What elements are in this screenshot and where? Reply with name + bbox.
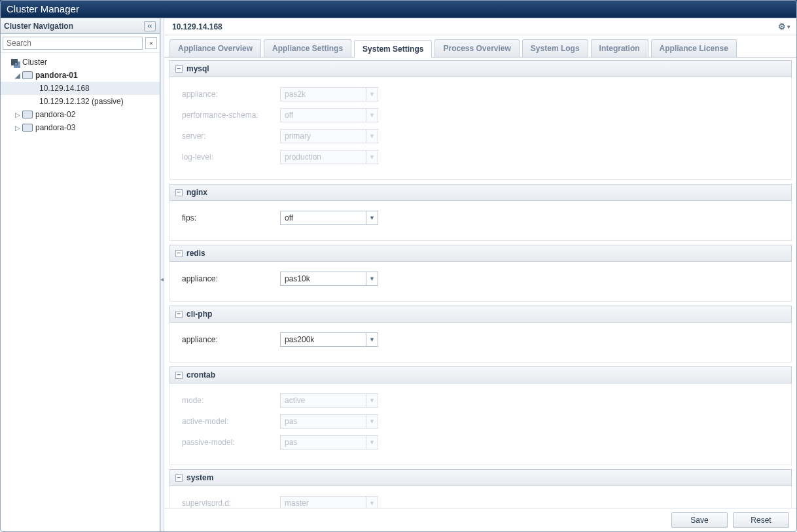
- section-header-redis[interactable]: −redis: [169, 245, 792, 262]
- section-title: crontab: [186, 370, 215, 380]
- chevron-down-icon[interactable]: ▼: [366, 211, 378, 224]
- form-row: active-model:pas▼: [182, 414, 779, 429]
- host-icon: [22, 123, 33, 132]
- host-icon: [22, 71, 33, 80]
- sidebar-collapse-button[interactable]: ‹‹: [144, 21, 156, 31]
- save-button[interactable]: Save: [671, 512, 728, 528]
- field-label: mode:: [182, 396, 280, 405]
- form-row: fips:off▼: [182, 210, 779, 226]
- section-header-mysql[interactable]: −mysql: [169, 60, 792, 77]
- field-select: pas2k▼: [280, 87, 378, 101]
- sidebar: Cluster Navigation ‹‹ × Cluster◢pandora-…: [0, 18, 160, 532]
- tree-root-label: Cluster: [22, 58, 47, 67]
- collapse-icon[interactable]: −: [175, 189, 183, 196]
- field-select: production▼: [280, 150, 378, 164]
- field-value: production: [281, 152, 366, 162]
- tab-appliance-settings[interactable]: Appliance Settings: [264, 39, 351, 57]
- collapse-icon[interactable]: −: [175, 65, 183, 73]
- chevron-down-icon: ▼: [366, 151, 378, 164]
- section-title: redis: [186, 249, 205, 258]
- expand-arrow-icon[interactable]: ▷: [14, 111, 21, 118]
- form-row: passive-model:pas▼: [182, 434, 779, 450]
- field-label: active-model:: [182, 417, 280, 426]
- tab-appliance-overview[interactable]: Appliance Overview: [169, 39, 261, 57]
- section-mysql: −mysqlappliance:pas2k▼performance-schema…: [169, 60, 792, 180]
- field-label: passive-model:: [182, 438, 280, 447]
- tab-system-settings[interactable]: System Settings: [354, 40, 432, 58]
- chevron-down-icon: ▼: [366, 436, 378, 449]
- tab-integration[interactable]: Integration: [591, 39, 648, 57]
- field-value: pas: [281, 438, 366, 447]
- form-row: log-level:production▼: [182, 149, 779, 165]
- search-clear-button[interactable]: ×: [145, 37, 157, 49]
- field-label: supervisord.d:: [182, 499, 280, 508]
- section-redis: −redisappliance:pas10k▼: [169, 245, 792, 302]
- field-value: pas: [281, 417, 366, 426]
- chevron-down-icon: ▾: [787, 24, 790, 30]
- tree-root[interactable]: Cluster: [0, 56, 160, 69]
- section-system: −systemsupervisord.d:master▼: [169, 469, 792, 508]
- field-label: performance-schema:: [182, 111, 280, 120]
- chevron-down-icon: ▼: [366, 394, 378, 407]
- field-select[interactable]: pas200k▼: [280, 332, 378, 347]
- expand-arrow-icon[interactable]: ◢: [14, 72, 21, 79]
- section-body-system: supervisord.d:master▼: [169, 486, 792, 508]
- content-header: 10.129.14.168 ⚙ ▾: [164, 18, 797, 35]
- field-value: pas2k: [281, 90, 366, 99]
- section-body-cli-php: appliance:pas200k▼: [169, 323, 792, 363]
- field-label: appliance:: [182, 274, 280, 283]
- section-body-nginx: fips:off▼: [169, 201, 792, 241]
- collapse-icon[interactable]: −: [175, 372, 183, 379]
- app-title: Cluster Manager: [7, 3, 79, 14]
- field-select[interactable]: pas10k▼: [280, 272, 378, 286]
- tab-process-overview[interactable]: Process Overview: [434, 39, 519, 57]
- tree-host-label: pandora-03: [35, 123, 75, 132]
- section-header-crontab[interactable]: −crontab: [169, 366, 792, 383]
- tree-node[interactable]: 10.129.12.132 (passive): [0, 95, 160, 108]
- field-label: appliance:: [182, 90, 280, 99]
- chevron-down-icon[interactable]: ▼: [366, 333, 378, 346]
- search-input[interactable]: [3, 37, 143, 50]
- chevron-down-icon[interactable]: ▼: [366, 272, 378, 285]
- tree-host-pandora-03[interactable]: ▷pandora-03: [0, 121, 160, 134]
- expand-arrow-icon[interactable]: ▷: [14, 124, 21, 132]
- settings-scroll[interactable]: −mysqlappliance:pas2k▼performance-schema…: [164, 58, 797, 508]
- field-select[interactable]: off▼: [280, 211, 378, 225]
- field-value: pas10k: [281, 274, 366, 283]
- chevron-down-icon: ▼: [366, 88, 378, 101]
- sidebar-header: Cluster Navigation ‹‹: [0, 18, 160, 34]
- gear-icon: ⚙: [778, 22, 786, 31]
- form-row: performance-schema:off▼: [182, 107, 779, 123]
- tree-host-pandora-02[interactable]: ▷pandora-02: [0, 108, 160, 121]
- cluster-tree: Cluster◢pandora-0110.129.14.16810.129.12…: [0, 53, 160, 532]
- field-select: master▼: [280, 496, 378, 508]
- settings-menu-button[interactable]: ⚙ ▾: [778, 22, 790, 31]
- section-title: system: [186, 473, 213, 482]
- host-icon: [22, 110, 33, 119]
- collapse-icon[interactable]: −: [175, 250, 183, 257]
- section-nginx: −nginxfips:off▼: [169, 184, 792, 241]
- section-header-cli-php[interactable]: −cli-php: [169, 306, 792, 323]
- field-value: pas200k: [281, 335, 366, 344]
- form-row: appliance:pas10k▼: [182, 271, 779, 287]
- section-header-nginx[interactable]: −nginx: [169, 184, 792, 201]
- field-select: primary▼: [280, 129, 378, 143]
- form-row: server:primary▼: [182, 128, 779, 144]
- reset-button[interactable]: Reset: [733, 512, 789, 528]
- cluster-icon: [9, 58, 20, 67]
- collapse-icon[interactable]: −: [175, 474, 183, 482]
- field-label: log-level:: [182, 152, 280, 162]
- collapse-icon[interactable]: −: [175, 311, 183, 318]
- section-crontab: −crontabmode:active▼active-model:pas▼pas…: [169, 366, 792, 465]
- field-value: primary: [281, 132, 366, 141]
- tree-host-label: pandora-01: [35, 71, 78, 80]
- field-value: active: [281, 396, 366, 405]
- tab-system-logs[interactable]: System Logs: [522, 39, 588, 57]
- section-header-system[interactable]: −system: [169, 469, 792, 486]
- section-body-crontab: mode:active▼active-model:pas▼passive-mod…: [169, 383, 792, 465]
- top-bar: Cluster Manager: [0, 0, 797, 18]
- tree-node[interactable]: 10.129.14.168: [0, 82, 160, 95]
- tab-appliance-license[interactable]: Appliance License: [651, 39, 737, 57]
- tab-bar: Appliance OverviewAppliance SettingsSyst…: [164, 35, 797, 58]
- tree-host-pandora-01[interactable]: ◢pandora-01: [0, 69, 160, 82]
